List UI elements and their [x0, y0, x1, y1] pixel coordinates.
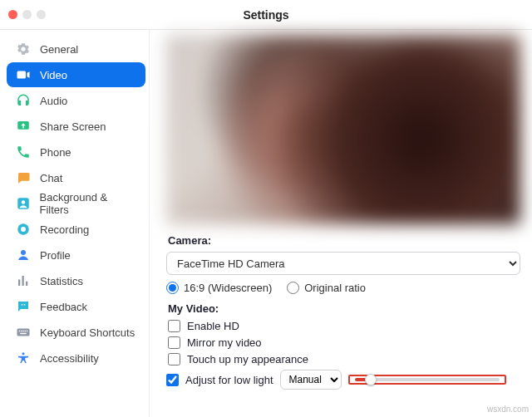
sidebar-item-chat[interactable]: Chat [7, 165, 145, 190]
adjust-low-light-label[interactable]: Adjust for low light [185, 374, 273, 386]
feedback-icon [15, 298, 32, 315]
sidebar-item-label: Recording [40, 223, 89, 236]
touch-up-label[interactable]: Touch up my appearance [187, 353, 308, 365]
mirror-video-checkbox[interactable] [168, 336, 180, 349]
sidebar-item-video[interactable]: Video [7, 62, 145, 87]
video-camera-icon [15, 66, 32, 83]
svg-point-7 [22, 352, 25, 355]
sidebar-item-label: Statistics [40, 275, 83, 287]
main-panel: Camera: FaceTime HD Camera 16:9 (Widescr… [150, 30, 532, 417]
sidebar-item-statistics[interactable]: Statistics [7, 268, 145, 293]
adjust-low-light-row: Adjust for low light Manual [166, 370, 520, 390]
adjust-low-light-checkbox[interactable] [166, 374, 179, 386]
ratio-original-label: Original ratio [304, 282, 366, 294]
low-light-slider[interactable] [355, 378, 500, 381]
sidebar-item-label: Accessibility [40, 352, 99, 365]
accessibility-icon [15, 350, 32, 366]
sidebar-item-label: Share Screen [40, 120, 106, 133]
phone-icon [15, 144, 32, 160]
svg-point-4 [21, 227, 26, 232]
sidebar-item-label: Feedback [40, 301, 87, 313]
low-light-mode-select[interactable]: Manual [280, 370, 342, 390]
sidebar-item-label: Background & Filters [39, 191, 137, 216]
profile-icon [15, 247, 32, 263]
my-video-section-label: My Video: [168, 302, 520, 315]
camera-select[interactable]: FaceTime HD Camera [166, 252, 520, 275]
touch-up-checkbox[interactable] [168, 353, 180, 365]
gear-icon [15, 41, 32, 57]
chat-icon [15, 169, 32, 186]
aspect-ratio-group: 16:9 (Widescreen) Original ratio [166, 282, 520, 294]
window-title: Settings [0, 8, 532, 22]
headphones-icon [15, 92, 32, 109]
sidebar-item-label: Keyboard Shortcuts [40, 326, 135, 339]
sidebar-item-label: Chat [40, 172, 62, 184]
sidebar-item-recording[interactable]: Recording [7, 217, 145, 242]
sidebar-item-keyboard-shortcuts[interactable]: Keyboard Shortcuts [7, 320, 145, 345]
ratio-original-option[interactable]: Original ratio [287, 282, 366, 294]
window-body: General Video Audio Share Screen [0, 30, 532, 417]
recording-icon [15, 221, 32, 238]
ratio-widescreen-radio[interactable] [166, 282, 179, 294]
svg-rect-6 [17, 329, 30, 336]
sidebar-item-phone[interactable]: Phone [7, 140, 145, 164]
svg-point-5 [21, 250, 26, 255]
keyboard-icon [15, 324, 32, 341]
sidebar-item-label: Video [40, 69, 67, 81]
sidebar-item-profile[interactable]: Profile [7, 243, 145, 267]
watermark: wsxdn.com [487, 405, 529, 414]
sidebar-item-label: Phone [40, 146, 71, 159]
camera-preview [166, 35, 520, 224]
camera-section-label: Camera: [168, 234, 520, 247]
sidebar-item-share-screen[interactable]: Share Screen [7, 114, 145, 139]
svg-point-2 [21, 200, 25, 204]
sidebar-item-audio[interactable]: Audio [7, 88, 145, 113]
sidebar-item-background-filters[interactable]: Background & Filters [7, 191, 145, 216]
titlebar: Settings [0, 0, 532, 30]
sidebar-item-label: Profile [40, 249, 71, 262]
share-screen-icon [15, 118, 32, 135]
low-light-slider-highlight [348, 375, 506, 385]
sidebar-item-label: Audio [40, 95, 67, 107]
enable-hd-checkbox[interactable] [168, 320, 180, 332]
ratio-original-radio[interactable] [287, 282, 299, 294]
enable-hd-label[interactable]: Enable HD [187, 320, 239, 332]
sidebar: General Video Audio Share Screen [0, 30, 150, 417]
ratio-widescreen-label: 16:9 (Widescreen) [184, 282, 272, 294]
sidebar-item-accessibility[interactable]: Accessibility [7, 346, 145, 370]
statistics-icon [15, 272, 32, 289]
ratio-widescreen-option[interactable]: 16:9 (Widescreen) [166, 282, 272, 294]
sidebar-item-feedback[interactable]: Feedback [7, 294, 145, 319]
sidebar-item-label: General [40, 43, 78, 56]
settings-window: Settings General Video Audio [0, 0, 532, 417]
mirror-video-label[interactable]: Mirror my video [187, 336, 262, 349]
background-filters-icon [15, 195, 31, 212]
sidebar-item-general[interactable]: General [7, 37, 145, 61]
